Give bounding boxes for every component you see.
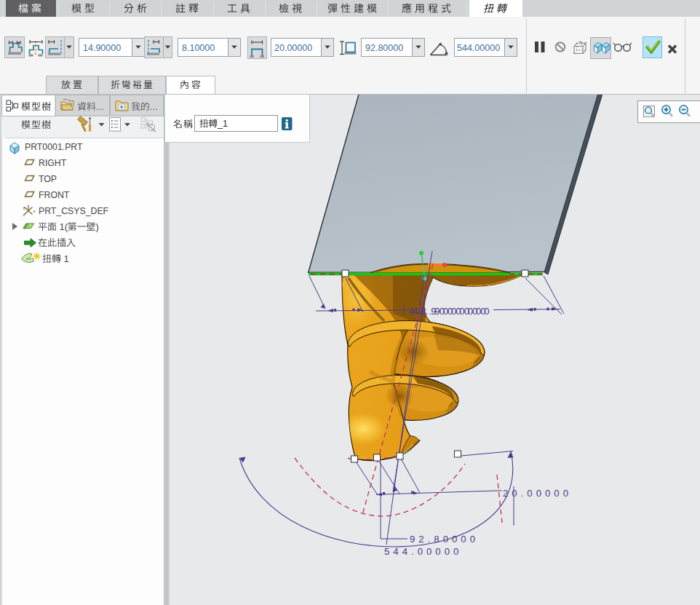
svg-text:1: 1 <box>61 253 69 264</box>
svg-text:20.00000: 20.00000 <box>503 488 572 499</box>
svg-text:RIGHT: RIGHT <box>39 158 67 168</box>
svg-text:y: y <box>23 205 25 210</box>
svg-text:92.80000: 92.80000 <box>410 534 479 545</box>
svg-text:43.9000000: 43.9000000 <box>413 306 493 317</box>
svg-text:x: x <box>33 209 36 213</box>
svg-text:): ) <box>96 221 99 232</box>
svg-text:544.00000: 544.00000 <box>384 546 462 557</box>
svg-text:...: ... <box>150 101 158 112</box>
svg-text:544.00000: 544.00000 <box>457 43 500 53</box>
svg-text:_1: _1 <box>217 119 228 129</box>
svg-text:PRT_CSYS_DEF: PRT_CSYS_DEF <box>39 206 109 216</box>
svg-text:...: ... <box>96 101 104 112</box>
svg-text:92.80000: 92.80000 <box>365 43 403 53</box>
svg-text:FRONT: FRONT <box>39 190 70 200</box>
svg-text:TOP: TOP <box>39 174 57 184</box>
svg-text:1(: 1( <box>57 221 68 232</box>
svg-text:z: z <box>23 213 25 217</box>
svg-text:PRT0001.PRT: PRT0001.PRT <box>25 142 83 152</box>
svg-text:14.90000: 14.90000 <box>83 43 121 53</box>
svg-text:20.00000: 20.00000 <box>274 43 312 53</box>
svg-text:8.10000: 8.10000 <box>182 43 215 53</box>
